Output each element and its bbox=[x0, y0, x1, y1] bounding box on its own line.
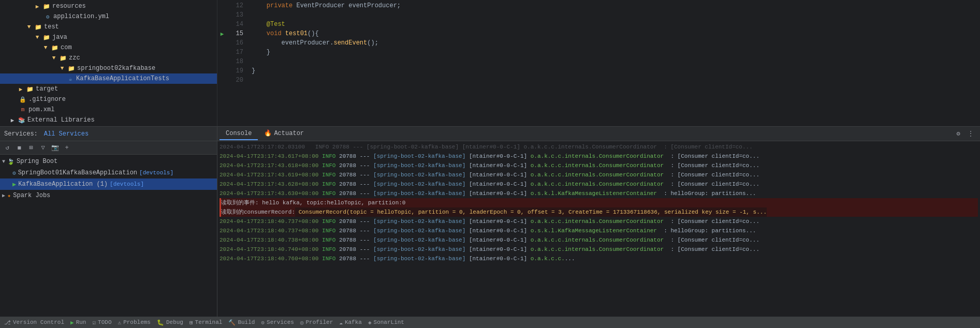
services-label: Services: bbox=[4, 130, 38, 138]
stop-button[interactable]: ◼ bbox=[14, 143, 24, 153]
terminal-icon: ⊞ bbox=[189, 319, 193, 326]
status-version-control[interactable]: ⎇ Version Control bbox=[4, 319, 64, 326]
tree-label: resources bbox=[52, 3, 86, 10]
devtools-tag: [devtools] bbox=[139, 170, 173, 176]
app-container: ▶ 📁 resources ⚙ application.yml ▼ 📁 test bbox=[0, 0, 980, 328]
tree-item-pomxml[interactable]: m pom.xml bbox=[0, 105, 217, 115]
tree-label: java bbox=[52, 34, 67, 41]
gutter-16 bbox=[217, 38, 227, 48]
code-line-16: eventProducer.sendEvent(); bbox=[252, 38, 980, 48]
spring-boot-icon: 🍃 bbox=[7, 158, 14, 165]
test-folder-icon: 📁 bbox=[34, 23, 42, 31]
tree-item-target[interactable]: ▶ 📁 target bbox=[0, 84, 217, 94]
status-terminal-label: Terminal bbox=[195, 319, 223, 325]
console-output[interactable]: 2024-04-17T23:17:02.03100 INFO 20788 ---… bbox=[217, 141, 980, 317]
line-num-20: 20 bbox=[227, 76, 243, 85]
rerun-button[interactable]: ↺ bbox=[2, 143, 12, 153]
line-num-14: 14 bbox=[227, 20, 243, 29]
chevron-down-icon: ▼ bbox=[2, 159, 5, 165]
filter-button[interactable]: ▽ bbox=[38, 143, 48, 153]
build-icon: 🔨 bbox=[228, 319, 236, 326]
tree-label: test bbox=[44, 23, 59, 31]
log-line-12: 2024-04-17T23:18:40.740+08:00 INFO 20788… bbox=[220, 245, 978, 254]
code-line-15: void test01(){ bbox=[252, 29, 980, 38]
run-status-icon: ▶ bbox=[70, 319, 74, 326]
run-indicator-icon: ▶ bbox=[12, 181, 16, 188]
tree-label: .gitignore bbox=[28, 96, 66, 103]
tree-label: zzc bbox=[69, 54, 80, 62]
gitignore-icon: 🔒 bbox=[19, 95, 27, 103]
status-services[interactable]: ⊙ Services bbox=[261, 319, 294, 326]
tab-console[interactable]: Console bbox=[220, 128, 258, 140]
gear-button[interactable]: ⋮ bbox=[966, 129, 976, 139]
chevron-right-icon: ▶ bbox=[17, 85, 25, 93]
gutter-20 bbox=[217, 76, 227, 85]
service-spark-jobs[interactable]: ▶ ✦ Spark Jobs bbox=[0, 190, 217, 201]
xml-file-icon: m bbox=[19, 106, 27, 114]
tree-item-external-libs[interactable]: ▶ 📚 External Libraries bbox=[0, 115, 217, 125]
status-debug[interactable]: 🐛 Debug bbox=[157, 319, 183, 326]
service-spring-boot[interactable]: ▼ 🍃 Spring Boot bbox=[0, 156, 217, 167]
tab-actuator[interactable]: 🔥Actuator bbox=[258, 127, 310, 140]
capture-button[interactable]: 📷 bbox=[50, 143, 60, 153]
tree-item-test[interactable]: ▼ 📁 test bbox=[0, 22, 217, 32]
status-profiler[interactable]: ◎ Profiler bbox=[300, 319, 333, 326]
tree-item-com[interactable]: ▼ 📁 com bbox=[0, 42, 217, 53]
split-button[interactable]: ⊞ bbox=[26, 143, 36, 153]
todo-icon: ☑ bbox=[92, 319, 96, 326]
problems-icon: ⚠ bbox=[118, 319, 122, 326]
status-build[interactable]: 🔨 Build bbox=[228, 319, 255, 326]
main-area: ▶ 📁 resources ⚙ application.yml ▼ 📁 test bbox=[0, 0, 980, 126]
line-num-17: 17 bbox=[227, 48, 243, 57]
tree-label: com bbox=[61, 44, 72, 51]
status-todo[interactable]: ☑ TODO bbox=[92, 319, 111, 326]
console-tab-label: Console bbox=[226, 130, 252, 137]
lib-icon: 📚 bbox=[18, 116, 26, 124]
tree-item-java[interactable]: ▼ 📁 java bbox=[0, 32, 217, 42]
tree-label: springboot02kafkabase bbox=[77, 65, 155, 72]
service-kafkabase-running[interactable]: ▶ KafkaBaseApplication (1) [devtools] bbox=[0, 178, 217, 190]
chevron-down-icon: ▼ bbox=[50, 54, 58, 62]
status-sonarlint-label: SonarLint bbox=[374, 319, 404, 325]
tree-item-applicationyml[interactable]: ⚙ application.yml bbox=[0, 11, 217, 22]
service-label: Spring Boot bbox=[17, 158, 57, 165]
tree-item-kafkabaseapplicationtests[interactable]: ☕ KafkaBaseApplicationTests bbox=[0, 73, 217, 84]
services-tab-all[interactable]: All Services bbox=[42, 129, 91, 139]
status-problems[interactable]: ⚠ Problems bbox=[118, 319, 151, 326]
services-header: Services: All Services bbox=[0, 127, 217, 141]
settings-button[interactable]: ⚙ bbox=[953, 129, 963, 139]
tree-item-resources[interactable]: ▶ 📁 resources bbox=[0, 1, 217, 11]
tree-label: application.yml bbox=[53, 13, 109, 20]
tree-item-springboot02kafkabase[interactable]: ▼ 📁 springboot02kafkabase bbox=[0, 63, 217, 73]
tree-label: target bbox=[36, 85, 58, 93]
log-line-4: 2024-04-17T23:17:43.619+08:00 INFO 20788… bbox=[220, 170, 978, 180]
add-button[interactable]: + bbox=[62, 143, 72, 153]
service-springboot01[interactable]: ⚙ SpringBoot01KafkaBaseApplication [devt… bbox=[0, 167, 217, 178]
tree-label: External Libraries bbox=[27, 116, 95, 124]
java-folder-icon: 📁 bbox=[42, 33, 51, 41]
service-label: Spark Jobs bbox=[13, 192, 50, 199]
gutter-17 bbox=[217, 48, 227, 57]
actuator-tab-label: Actuator bbox=[274, 130, 304, 137]
tree-label: pom.xml bbox=[28, 106, 54, 113]
line-num-19: 19 bbox=[227, 66, 243, 76]
status-sonarlint[interactable]: ◈ SonarLint bbox=[368, 319, 404, 326]
log-line-11: 2024-04-17T23:18:40.738+08:00 INFO 20788… bbox=[220, 235, 978, 245]
yaml-file-icon: ⚙ bbox=[43, 12, 52, 21]
gutter-15-run[interactable]: ▶ bbox=[217, 29, 227, 38]
folder-icon: ▶ bbox=[33, 2, 41, 10]
sonarlint-icon: ◈ bbox=[368, 319, 372, 326]
tree-item-zzc[interactable]: ▼ 📁 zzc bbox=[0, 53, 217, 63]
tree-item-gitignore[interactable]: 🔒 .gitignore bbox=[0, 94, 217, 105]
log-line-3: 2024-04-17T23:17:43.618+08:00 INFO 20788… bbox=[220, 161, 978, 170]
chevron-down-icon: ▼ bbox=[25, 23, 33, 31]
services-toolbar: ↺ ◼ ⊞ ▽ 📷 + bbox=[0, 141, 217, 155]
status-kafka[interactable]: ☁ Kafka bbox=[339, 319, 362, 326]
code-area[interactable]: private EventProducer eventProducer; @Te… bbox=[247, 0, 980, 126]
com-folder-icon: 📁 bbox=[51, 43, 59, 52]
status-debug-label: Debug bbox=[166, 319, 183, 325]
line-num-15: 15 bbox=[227, 29, 243, 38]
status-terminal[interactable]: ⊞ Terminal bbox=[189, 319, 222, 326]
status-run[interactable]: ▶ Run bbox=[70, 319, 86, 326]
vcs-icon: ⎇ bbox=[4, 319, 11, 326]
